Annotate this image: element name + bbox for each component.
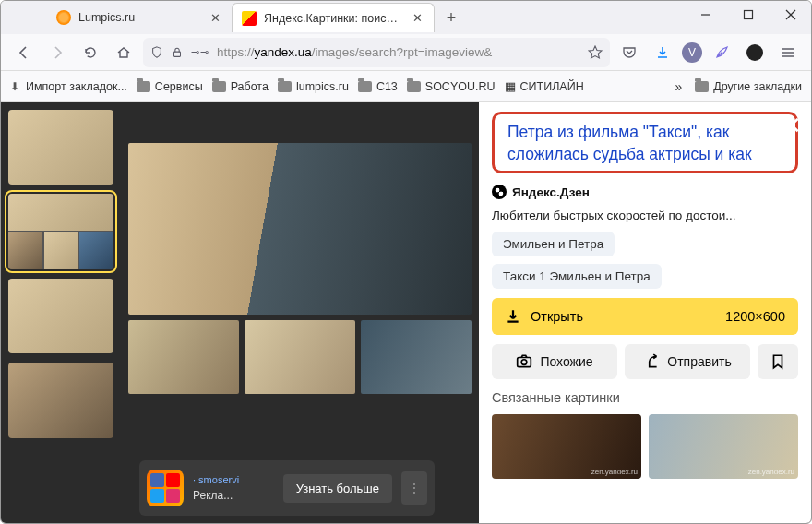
- downloads-button[interactable]: [649, 39, 676, 66]
- tag[interactable]: Эмильен и Петра: [492, 232, 615, 256]
- folder-icon: [695, 81, 709, 92]
- related-title: Связанные картинки: [492, 390, 798, 405]
- send-label: Отправить: [667, 354, 731, 369]
- folder-icon: [278, 81, 292, 92]
- extension-feather-icon[interactable]: [708, 39, 735, 66]
- ad-banner: · smoservi Рекла... Узнать больше ⋮: [139, 460, 435, 516]
- tab-close-icon[interactable]: ✕: [410, 11, 424, 26]
- thumbnail-column[interactable]: [1, 102, 121, 524]
- nav-back-button[interactable]: [10, 39, 38, 66]
- lock-icon: [171, 46, 184, 59]
- ad-text: · smoservi Рекла...: [193, 474, 274, 502]
- action-row: Похожие Отправить: [492, 344, 798, 379]
- close-viewer-button[interactable]: ✕: [782, 112, 802, 140]
- download-icon: [505, 308, 521, 325]
- tab-title: Яндекс.Картинки: поиск похо: [264, 12, 402, 25]
- similar-label: Похожие: [540, 354, 592, 369]
- thumbnail[interactable]: [8, 363, 113, 437]
- folder-icon: [212, 81, 226, 92]
- bookmark-folder-c13[interactable]: C13: [358, 80, 398, 93]
- pocket-button[interactable]: [615, 39, 643, 66]
- window-controls: [685, 0, 812, 30]
- result-title-link[interactable]: Петра из фильма "Такси", как сложилась с…: [508, 122, 782, 165]
- bookmark-other[interactable]: Другие закладки: [695, 80, 802, 93]
- window-maximize[interactable]: [727, 0, 770, 30]
- watermark: zen.yandex.ru: [748, 468, 794, 476]
- url-text: https://yandex.ua/images/search?rpt=imag…: [217, 45, 580, 59]
- svg-rect-1: [745, 11, 753, 19]
- related-row: zen.yandex.ru zen.yandex.ru: [492, 414, 798, 479]
- reload-button[interactable]: [77, 39, 104, 66]
- bookmark-icon: [770, 353, 786, 370]
- tab-close-icon[interactable]: ✕: [208, 10, 222, 25]
- related-image[interactable]: zen.yandex.ru: [492, 414, 641, 479]
- strip-image[interactable]: [245, 320, 355, 394]
- zen-icon: [492, 185, 507, 199]
- info-panel: Петра из фильма "Такси", как сложилась с…: [479, 102, 811, 524]
- browser-toolbar: ⊸⊸ https://yandex.ua/images/search?rpt=i…: [1, 34, 811, 71]
- tab-yandex-images[interactable]: Яндекс.Картинки: поиск похо ✕: [232, 3, 435, 32]
- svg-point-9: [522, 360, 528, 365]
- folder-icon: [407, 81, 421, 92]
- ad-cta-button[interactable]: Узнать больше: [283, 474, 392, 503]
- tab-lumpics[interactable]: Lumpics.ru ✕: [47, 3, 232, 32]
- resolution-label: 1200×600: [725, 309, 785, 324]
- bookmark-folder-socyou[interactable]: SOCYOU.RU: [407, 80, 496, 93]
- svg-rect-4: [174, 52, 181, 56]
- home-button[interactable]: [110, 39, 137, 66]
- bookmark-folder-citilain[interactable]: ▦СИТИЛАЙН: [505, 79, 584, 93]
- bookmarks-overflow[interactable]: »: [671, 79, 686, 94]
- ad-sub: Рекла...: [193, 489, 274, 502]
- extension-dot-icon[interactable]: [741, 39, 769, 66]
- tab-title: Lumpics.ru: [78, 11, 200, 24]
- profile-avatar[interactable]: V: [682, 42, 702, 63]
- shield-icon: [150, 46, 163, 59]
- bookmarks-bar: Импорт закладок... Сервисы Работа lumpic…: [1, 71, 811, 102]
- thumbnail-selected[interactable]: [8, 194, 113, 268]
- window-close[interactable]: [770, 0, 812, 30]
- search-tags: Эмильен и Петра Такси 1 Эмильен и Петра: [492, 232, 798, 289]
- send-button[interactable]: Отправить: [625, 344, 750, 379]
- result-description: Любители быстрых скоростей по достои...: [492, 208, 798, 222]
- share-icon: [643, 353, 660, 370]
- title-highlight-box: Петра из фильма "Такси", как сложилась с…: [492, 112, 798, 173]
- thumbnail[interactable]: [8, 279, 113, 353]
- nav-forward-button[interactable]: [43, 39, 71, 66]
- new-tab-button[interactable]: +: [438, 5, 464, 30]
- favicon-lumpics: [56, 10, 71, 25]
- source-row[interactable]: Яндекс.Дзен: [492, 185, 798, 199]
- source-name: Яндекс.Дзен: [512, 185, 590, 199]
- bookmark-folder-lumpics[interactable]: lumpics.ru: [278, 80, 349, 93]
- main-image[interactable]: [128, 143, 472, 315]
- tag[interactable]: Такси 1 Эмильен и Петра: [492, 264, 662, 289]
- strip-image[interactable]: [128, 320, 239, 394]
- window-minimize[interactable]: [685, 0, 727, 30]
- folder-icon: [358, 81, 372, 92]
- save-button[interactable]: [758, 344, 798, 379]
- bookmark-star-icon[interactable]: [588, 45, 603, 60]
- bookmark-import[interactable]: Импорт закладок...: [10, 80, 127, 93]
- grid-icon: ▦: [505, 79, 516, 93]
- url-bar[interactable]: ⊸⊸ https://yandex.ua/images/search?rpt=i…: [143, 38, 610, 67]
- image-viewer: ✕ Петра из фильма "Такси", как сложилась…: [1, 102, 811, 524]
- permissions-icon[interactable]: ⊸⊸: [191, 46, 209, 58]
- thumbnail[interactable]: [8, 110, 113, 185]
- open-label: Открыть: [531, 309, 583, 324]
- strip-image[interactable]: [361, 320, 472, 394]
- folder-icon: [137, 81, 150, 92]
- ad-link[interactable]: · smoservi: [193, 474, 274, 485]
- open-button[interactable]: Открыть 1200×600: [492, 298, 798, 335]
- bookmark-folder-services[interactable]: Сервисы: [137, 80, 203, 93]
- watermark: zen.yandex.ru: [591, 468, 638, 476]
- ad-app-icon: [147, 470, 184, 506]
- app-menu-button[interactable]: [774, 39, 802, 66]
- favicon-yandex: [242, 11, 257, 26]
- camera-icon: [516, 353, 532, 370]
- similar-button[interactable]: Похожие: [492, 344, 617, 379]
- ad-menu-button[interactable]: ⋮: [401, 471, 427, 505]
- related-image[interactable]: zen.yandex.ru: [649, 414, 798, 479]
- image-strip: [128, 320, 472, 394]
- bookmark-folder-work[interactable]: Работа: [212, 80, 269, 93]
